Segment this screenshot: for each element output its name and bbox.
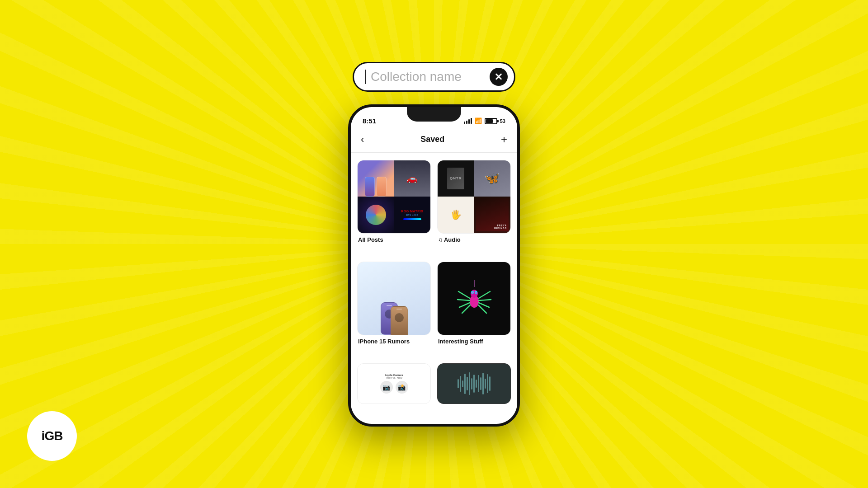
all-posts-thumb-3: [358, 197, 394, 233]
phone-mockup: 8:51 📶 53 ‹ Saved +: [348, 104, 520, 427]
collection-card-apple-camera[interactable]: Apple CameraThen vs. Now 📷 📸: [357, 363, 431, 416]
center-wrapper: Collection name 8:51 📶 53: [348, 62, 520, 427]
all-posts-label: All Posts: [357, 236, 431, 243]
audio-thumb-4: FREYA RIDINGS: [474, 197, 511, 233]
clear-button[interactable]: [490, 68, 508, 86]
igb-logo: iGB: [27, 411, 77, 461]
collection-name-input-bar[interactable]: Collection name: [353, 62, 515, 92]
battery-icon: [485, 118, 497, 124]
audio-thumb-3: 🖐: [438, 197, 474, 233]
collection-name-placeholder[interactable]: Collection name: [371, 70, 485, 84]
all-posts-thumb-4: ROG MATRIX RTX 4090: [394, 197, 431, 233]
audio-label: ♫ Audio: [437, 236, 511, 243]
pro-camera-icon: 📷: [380, 381, 393, 394]
all-posts-thumb: 🚗 ROG MATRIX RTX 4090: [357, 160, 431, 234]
spider-graphic: [454, 278, 495, 319]
mini-phone-orange: [377, 177, 387, 197]
status-icons: 📶 53: [464, 117, 505, 124]
svg-line-13: [478, 305, 486, 313]
collections-grid: 🚗 ROG MATRIX RTX 4090 All Posts: [351, 153, 517, 424]
collection-card-audio[interactable]: QNTR 🦋 🖐 FREYA: [437, 160, 511, 255]
svg-line-9: [462, 305, 470, 313]
collection-card-interesting[interactable]: Interesting Stuff: [437, 262, 511, 357]
audio-thumb: QNTR 🦋 🖐 FREYA: [437, 160, 511, 234]
svg-line-11: [479, 300, 491, 300]
svg-point-4: [472, 292, 473, 293]
interesting-label: Interesting Stuff: [437, 338, 511, 345]
collection-card-iphone15[interactable]: iPhone 15 Rumors: [357, 262, 431, 357]
audio-thumb-1: QNTR: [438, 160, 474, 197]
battery-percent: 53: [500, 118, 505, 124]
status-bar: 8:51 📶 53: [351, 107, 517, 129]
nav-bar: ‹ Saved +: [351, 129, 517, 153]
collection-card-all-posts[interactable]: 🚗 ROG MATRIX RTX 4090 All Posts: [357, 160, 431, 255]
svg-line-10: [479, 291, 490, 298]
back-button[interactable]: ‹: [361, 134, 364, 145]
battery-fill: [486, 119, 493, 123]
signal-icon: [464, 118, 472, 124]
all-posts-thumb-2: 🚗: [394, 160, 431, 197]
all-posts-thumb-1: [358, 160, 394, 197]
nav-title: Saved: [420, 135, 444, 144]
status-time: 8:51: [363, 117, 376, 125]
wifi-icon: 📶: [475, 117, 482, 124]
reg-camera-icon: 📸: [396, 381, 408, 394]
mini-phone-purple: [365, 177, 375, 197]
audio-thumb-2: 🦋: [474, 160, 511, 197]
svg-line-6: [458, 291, 470, 298]
iphone15-label: iPhone 15 Rumors: [357, 338, 431, 345]
add-button[interactable]: +: [501, 133, 507, 146]
notch: [407, 107, 461, 122]
collection-card-waveform[interactable]: [437, 363, 511, 416]
svg-point-1: [471, 290, 478, 298]
svg-point-5: [475, 292, 476, 293]
text-cursor: [365, 70, 366, 84]
svg-line-7: [458, 300, 470, 300]
